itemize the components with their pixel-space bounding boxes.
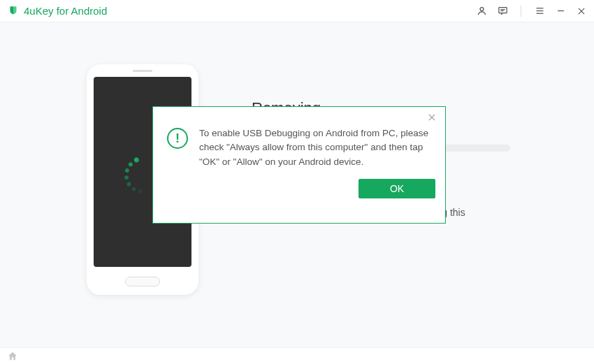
content-area: Removing... Please don't disconnect your…: [0, 22, 594, 347]
dialog-close-button[interactable]: [427, 112, 438, 124]
logo-icon: [7, 5, 20, 17]
svg-rect-1: [498, 8, 506, 13]
home-icon: [7, 351, 18, 362]
menu-icon[interactable]: [534, 6, 545, 17]
svg-point-0: [480, 8, 484, 11]
dialog-message: To enable USB Debugging on Android from …: [199, 126, 435, 169]
home-button[interactable]: [7, 351, 18, 362]
separator: [521, 6, 521, 17]
close-icon: [427, 112, 437, 122]
phone-speaker: [133, 70, 152, 72]
footer: [0, 347, 594, 364]
app-title: 4uKey for Android: [24, 5, 107, 17]
phone-home-button: [125, 277, 160, 286]
ok-button[interactable]: OK: [358, 179, 435, 198]
feedback-icon[interactable]: [497, 6, 508, 17]
titlebar-actions: [476, 6, 587, 17]
user-icon[interactable]: [476, 6, 487, 17]
usb-debugging-dialog: ! To enable USB Debugging on Android fro…: [152, 106, 446, 224]
minimize-button[interactable]: [555, 6, 566, 17]
close-window-button[interactable]: [576, 6, 587, 17]
app-logo: 4uKey for Android: [7, 5, 107, 17]
titlebar: 4uKey for Android: [0, 0, 594, 22]
alert-icon: !: [167, 128, 188, 149]
